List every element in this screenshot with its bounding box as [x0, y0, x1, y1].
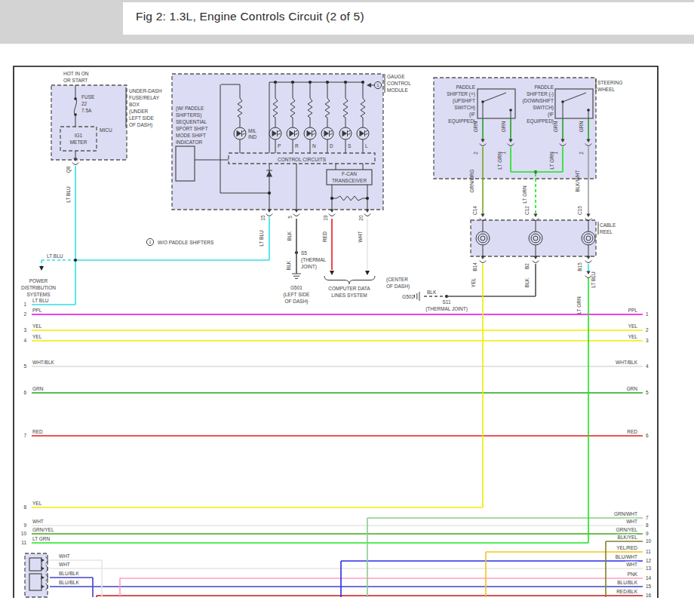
label-grn: GRN: [553, 121, 558, 132]
label-wht-blk: WHT/BLK: [616, 360, 638, 365]
connector-arrow-icon: [330, 210, 333, 213]
label-1: 1: [149, 240, 152, 244]
label-blu-blk: BLU/BLK: [617, 580, 637, 585]
connector-cup-icon: [266, 214, 272, 216]
label-yel: YEL: [32, 501, 42, 506]
label-red: RED: [627, 429, 637, 434]
label-shifters-: SHIFTERS): [176, 112, 201, 118]
label--w-paddle: (W/ PADDLE: [176, 106, 204, 112]
label-left-side: LEFT SIDE: [129, 115, 154, 121]
label-20: 20: [358, 215, 364, 221]
label-wht: WHT: [32, 519, 44, 524]
label-grn-yel: GRN/YEL: [616, 527, 637, 532]
label-11: 11: [646, 549, 651, 554]
label-22: 22: [81, 101, 88, 106]
label-micu: MICU: [100, 127, 112, 133]
label--left-side: (LEFT SIDE: [284, 292, 311, 298]
label-steering: STEERING: [597, 80, 622, 85]
label-of-dash-: OF DASH): [386, 283, 410, 290]
label-c12: C12: [524, 206, 530, 215]
label-1: 1: [23, 302, 26, 307]
junction-dot: [74, 259, 77, 262]
label-8: 8: [23, 504, 26, 510]
label-box: BOX: [129, 102, 140, 107]
label-9: 9: [23, 523, 26, 528]
connector-cup-icon: [293, 214, 299, 216]
label-yel: YEL: [628, 323, 638, 329]
label-equipped-: EQUIPPED): [448, 118, 475, 124]
label-red: RED: [322, 231, 327, 242]
label-d: D: [330, 143, 333, 149]
label-indicator: INDICATOR: [176, 139, 202, 145]
label-10: 10: [646, 538, 652, 544]
label-blu-wht: BLU/WHT: [616, 554, 637, 559]
label--thermal: (THERMAL: [301, 257, 327, 263]
label-yel: YEL: [32, 334, 42, 339]
label-wht: WHT: [59, 553, 70, 559]
label-lt-grn: LT GRN: [32, 536, 51, 541]
label-4: 4: [646, 363, 649, 369]
connector-arrow-icon: [586, 256, 590, 260]
label-w-o-paddle-shifters: W/O PADDLE SHIFTERS: [158, 240, 214, 245]
label-wheel: WHEEL: [597, 87, 616, 92]
connector-arrow-icon: [481, 214, 484, 218]
junction-dot: [366, 197, 369, 200]
connector-arrow-icon: [586, 271, 590, 275]
label-ig1: IG1: [75, 133, 83, 138]
label-2: 2: [646, 327, 649, 333]
label--downshift: (DOWNSHIFT: [522, 98, 554, 104]
label-wht: WHT: [626, 562, 637, 567]
label-gauge: GAUGE: [387, 74, 405, 79]
label-6: 6: [23, 390, 26, 395]
junction-dot: [74, 113, 77, 116]
label-grn-yel: GRN/YEL: [32, 527, 54, 532]
connector-cup-icon: [585, 261, 591, 263]
junction-dot: [330, 197, 333, 200]
brace-icon: [324, 276, 375, 284]
label-s5: S5: [301, 250, 307, 256]
bottom-connector-inner2: [29, 574, 41, 590]
label-grn: GRN: [501, 121, 506, 132]
wiring-diagram-page: Fig 2: 1.3L, Engine Controls Circuit (2 …: [0, 0, 694, 616]
arrow-down-icon: [39, 266, 44, 271]
label-or-start: OR START: [63, 78, 88, 83]
label-f-can: F-CAN: [342, 171, 357, 176]
label-c14: C14: [472, 206, 478, 215]
label-fuse-relay: FUSE/RELAY: [129, 95, 160, 100]
label-sequential: SEQUENTIAL: [176, 119, 207, 125]
label-sport-shift: SPORT SHIFT: [176, 126, 208, 131]
label-n: N: [312, 143, 316, 149]
connector-cup-icon: [533, 261, 539, 263]
label-7: 7: [23, 433, 26, 438]
label-lt-grn: LT GRN: [497, 152, 502, 170]
label-lt-blu: LT BLU: [66, 186, 71, 203]
label-under-dash: UNDER-DASH: [129, 88, 162, 93]
label-grn: GRN: [473, 121, 478, 132]
label-yel: YEL: [471, 277, 476, 287]
label-5: 5: [287, 216, 293, 219]
label-ppl: PPL: [32, 308, 42, 313]
label-2: 2: [23, 311, 26, 317]
label-blk: BLK: [524, 277, 530, 287]
label-lt-grn: LT GRN: [522, 185, 527, 204]
label-reel: REEL: [600, 229, 613, 234]
label-c15: C15: [577, 206, 582, 215]
label-cable: CABLE: [600, 222, 616, 228]
label-10: 10: [21, 531, 27, 536]
label-equipped-: EQUIPPED): [527, 118, 554, 124]
label-power: POWER: [29, 278, 48, 283]
connector-arrow-icon: [267, 210, 271, 213]
label-blk-yel: BLK/YEL: [618, 535, 638, 540]
label-lt-blu: LT BLU: [47, 253, 63, 259]
label-ppl: PPL: [628, 308, 638, 313]
label-g501: G501: [290, 285, 302, 290]
label-transceiver: TRANSCEIVER: [332, 178, 367, 183]
label-blk-wht: BLK/WHT: [575, 170, 580, 192]
label-shifter-: SHIFTER (-): [527, 91, 554, 97]
label-mil: MIL: [248, 128, 256, 133]
label-shifter-: SHIFTER (+): [447, 91, 475, 97]
label-of-dash-: OF DASH): [129, 122, 152, 128]
label-3: 3: [23, 327, 26, 333]
label-lt-grn: LT GRN: [549, 152, 554, 170]
gauge-control-module-box: [172, 74, 383, 210]
